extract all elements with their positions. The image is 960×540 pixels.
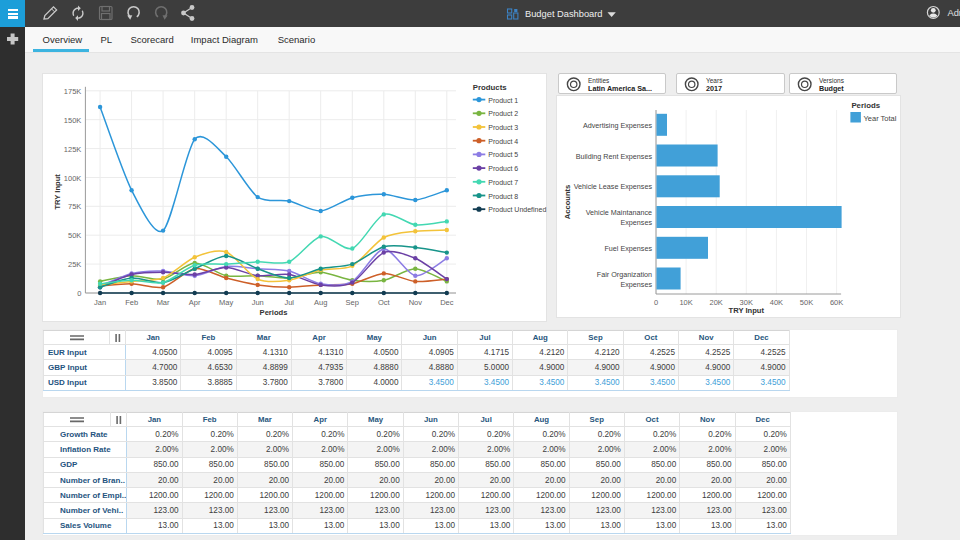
svg-text:Vehicle Lease Expenses: Vehicle Lease Expenses xyxy=(574,182,653,191)
svg-text:100K: 100K xyxy=(64,174,82,183)
svg-text:Jul: Jul xyxy=(284,298,294,307)
svg-text:Oct: Oct xyxy=(378,298,391,307)
svg-text:50K: 50K xyxy=(68,231,81,240)
svg-text:Periods: Periods xyxy=(851,101,880,110)
svg-text:10K: 10K xyxy=(679,298,692,307)
svg-text:Apr: Apr xyxy=(189,298,201,307)
svg-text:TRY Input: TRY Input xyxy=(53,174,62,210)
svg-text:Budget Dashboard: Budget Dashboard xyxy=(525,9,603,19)
svg-text:25K: 25K xyxy=(68,260,81,269)
svg-text:20K: 20K xyxy=(710,298,723,307)
svg-text:50K: 50K xyxy=(800,298,813,307)
svg-text:125K: 125K xyxy=(64,145,82,154)
svg-text:Product 3: Product 3 xyxy=(488,124,518,131)
svg-text:Building Rent Expenses: Building Rent Expenses xyxy=(576,152,653,161)
svg-text:Fair Organization: Fair Organization xyxy=(597,270,652,279)
svg-text:Accounts: Accounts xyxy=(563,185,572,220)
svg-text:40K: 40K xyxy=(770,298,783,307)
svg-text:Product 2: Product 2 xyxy=(488,110,518,117)
svg-text:Fuel Expenses: Fuel Expenses xyxy=(604,244,652,253)
svg-text:Advertising Expenses: Advertising Expenses xyxy=(583,121,653,130)
svg-text:75K: 75K xyxy=(68,202,81,211)
svg-text:Vehicle Maintanance: Vehicle Maintanance xyxy=(586,208,652,217)
svg-text:Product 1: Product 1 xyxy=(488,97,518,104)
svg-text:60K: 60K xyxy=(830,298,843,307)
svg-text:0: 0 xyxy=(77,289,81,298)
svg-text:0: 0 xyxy=(654,298,658,307)
svg-text:Products: Products xyxy=(473,83,507,92)
svg-text:Product Undefined: Product Undefined xyxy=(488,206,546,213)
svg-text:May: May xyxy=(219,298,233,307)
svg-text:Mar: Mar xyxy=(157,298,170,307)
svg-text:Product 6: Product 6 xyxy=(488,165,518,172)
svg-text:Product 5: Product 5 xyxy=(488,151,518,158)
svg-text:150K: 150K xyxy=(64,116,82,125)
svg-text:Product 4: Product 4 xyxy=(488,138,518,145)
svg-text:Product 8: Product 8 xyxy=(488,193,518,200)
svg-text:Expenses: Expenses xyxy=(620,218,652,227)
svg-text:Sep: Sep xyxy=(346,298,359,307)
svg-text:Periods: Periods xyxy=(260,308,288,317)
svg-text:Nov: Nov xyxy=(409,298,423,307)
svg-text:TRY Input: TRY Input xyxy=(729,306,765,315)
svg-text:Year Total: Year Total xyxy=(864,114,897,123)
svg-text:Admin: Admin xyxy=(948,8,960,18)
svg-text:175K: 175K xyxy=(64,87,82,96)
svg-text:Feb: Feb xyxy=(125,298,138,307)
svg-text:Expenses: Expenses xyxy=(620,280,652,289)
svg-text:Aug: Aug xyxy=(314,298,327,307)
svg-text:Product 7: Product 7 xyxy=(488,179,518,186)
svg-text:Dec: Dec xyxy=(440,298,454,307)
svg-text:Jun: Jun xyxy=(252,298,264,307)
svg-text:Jan: Jan xyxy=(94,298,106,307)
